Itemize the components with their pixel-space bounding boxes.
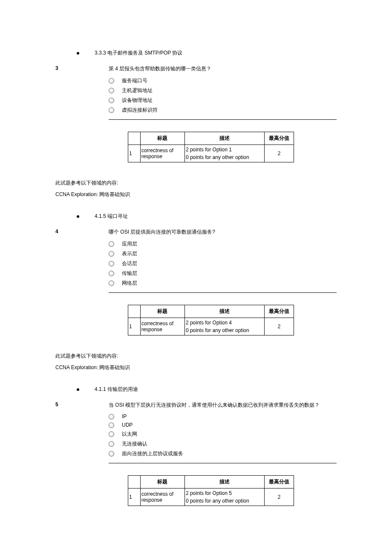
reference-course: CCNA Exploration: 网络基础知识 [55,191,337,198]
option-label: 以太网 [122,431,137,438]
option-label: 虚拟连接标识符 [122,107,158,114]
reference-label: 此试题参考以下领域的内容: [55,353,337,360]
question-4: 4 哪个 OSI 层提供面向连接的可靠数据通信服务? 应用层 表示层 会话层 传… [55,228,337,335]
radio-icon[interactable] [109,422,114,428]
score-max: 2 [265,489,294,506]
question-number: 3 [55,65,109,72]
header-max: 最高分值 [265,132,294,145]
option-label: 服务端口号 [122,77,147,84]
radio-icon[interactable] [109,251,114,257]
header-desc: 描述 [184,476,264,489]
header-max: 最高分值 [265,476,294,489]
radio-icon[interactable] [109,241,114,247]
radio-icon[interactable] [109,451,114,457]
option-row[interactable]: 面向连接的上层协议或服务 [109,449,337,459]
option-row[interactable]: 设备物理地址 [109,95,337,105]
divider [109,463,337,463]
score-desc: 2 points for Option 40 points for any ot… [184,318,264,335]
score-index: 1 [128,145,141,162]
option-row[interactable]: 虚拟连接标识符 [109,105,337,115]
option-label: UDP [122,422,133,428]
table-header-row: 标题 描述 最高分值 [128,305,294,318]
question-text: 哪个 OSI 层提供面向连接的可靠数据通信服务? [109,228,337,236]
divider [109,119,337,120]
table-header-row: 标题 描述 最高分值 [128,132,294,145]
option-row[interactable]: 主机逻辑地址 [109,86,337,95]
option-row[interactable]: 应用层 [109,239,337,249]
bullet-icon [77,215,79,218]
score-title: correctness of response [140,489,184,506]
reference-course: CCNA Exploration: 网络基础知识 [55,364,337,371]
reference-bullet-1: 3.3.3 电子邮件服务及 SMTP/POP 协议 [77,49,337,57]
header-title: 标题 [140,305,184,318]
question-5: 5 当 OSI 模型下层执行无连接协议时，通常使用什么来确认数据已收到并请求重传… [55,402,337,506]
radio-icon[interactable] [109,107,114,113]
option-label: 应用层 [122,240,137,248]
question-options: IP UDP 以太网 无连接确认 面向连接的上层协议或服务 [109,412,337,459]
score-index: 1 [128,489,141,506]
score-table: 标题 描述 最高分值 1 correctness of response 2 p… [128,305,294,335]
option-row[interactable]: 服务端口号 [109,76,337,86]
score-title: correctness of response [140,318,184,335]
reference-block: 此试题参考以下领域的内容: CCNA Exploration: 网络基础知识 [55,179,337,198]
option-row[interactable]: 以太网 [109,429,337,439]
option-row[interactable]: 网络层 [109,278,337,288]
header-title: 标题 [140,476,184,489]
option-label: 传输层 [122,270,137,277]
score-title: correctness of response [140,145,184,162]
option-label: 设备物理地址 [122,97,153,104]
header-desc: 描述 [184,305,264,318]
option-label: 无连接确认 [122,440,147,448]
table-row: 1 correctness of response 2 points for O… [128,145,294,162]
option-row[interactable]: 会话层 [109,259,337,269]
bullet-text: 4.1.5 端口寻址 [95,213,128,220]
reference-label: 此试题参考以下领域的内容: [55,179,337,187]
question-text: 第 4 层报头包含帮助数据传输的哪一类信息？ [109,65,337,72]
question-number: 4 [55,228,109,236]
table-row: 1 correctness of response 2 points for O… [128,318,294,335]
radio-icon[interactable] [109,271,114,276]
radio-icon[interactable] [109,98,114,103]
score-desc: 2 points for Option 10 points for any ot… [184,145,264,162]
header-desc: 描述 [184,132,264,145]
radio-icon[interactable] [109,261,114,266]
bullet-text: 4.1.1 传输层的用途 [95,386,138,393]
option-row[interactable]: 无连接确认 [109,439,337,449]
score-table: 标题 描述 最高分值 1 correctness of response 2 p… [128,475,294,506]
bullet-icon [77,52,79,55]
option-label: 会话层 [122,260,137,267]
option-row[interactable]: 传输层 [109,269,337,278]
score-max: 2 [265,318,294,335]
option-label: 面向连接的上层协议或服务 [122,450,183,457]
radio-icon[interactable] [109,78,114,84]
score-max: 2 [265,145,294,162]
option-label: 网络层 [122,280,137,287]
option-label: 主机逻辑地址 [122,87,153,94]
divider [109,292,337,293]
score-index: 1 [128,318,141,335]
table-row: 1 correctness of response 2 points for O… [128,489,294,506]
radio-icon[interactable] [109,441,114,447]
question-options: 应用层 表示层 会话层 传输层 网络层 [109,239,337,288]
header-max: 最高分值 [265,305,294,318]
reference-block: 此试题参考以下领域的内容: CCNA Exploration: 网络基础知识 [55,353,337,371]
radio-icon[interactable] [109,88,114,93]
question-text: 当 OSI 模型下层执行无连接协议时，通常使用什么来确认数据已收到并请求重传丢失… [109,402,337,409]
header-title: 标题 [140,132,184,145]
reference-bullet-2: 4.1.5 端口寻址 [77,213,337,220]
question-3: 3 第 4 层报头包含帮助数据传输的哪一类信息？ 服务端口号 主机逻辑地址 设备… [55,65,337,162]
radio-icon[interactable] [109,431,114,437]
option-label: 表示层 [122,250,137,257]
reference-bullet-3: 4.1.1 传输层的用途 [77,386,337,393]
score-desc: 2 points for Option 50 points for any ot… [184,489,264,506]
option-row[interactable]: IP [109,412,337,421]
option-label: IP [122,413,127,419]
score-table: 标题 描述 最高分值 1 correctness of response 2 p… [128,132,294,162]
option-row[interactable]: UDP [109,421,337,429]
bullet-icon [77,388,79,391]
question-number: 5 [55,402,109,409]
radio-icon[interactable] [109,280,114,286]
radio-icon[interactable] [109,414,114,419]
table-header-row: 标题 描述 最高分值 [128,476,294,489]
option-row[interactable]: 表示层 [109,249,337,259]
